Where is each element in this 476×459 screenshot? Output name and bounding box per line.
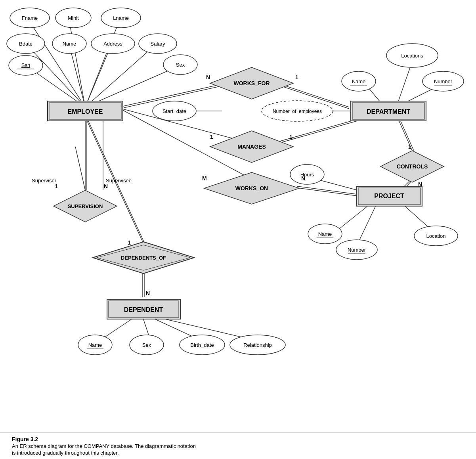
salary-attr: Salary xyxy=(151,41,165,47)
controls-n: N xyxy=(418,181,422,187)
svg-line-36 xyxy=(75,147,85,190)
svg-line-31 xyxy=(297,188,357,196)
sex-attr: Sex xyxy=(176,62,185,68)
caption-area: Figure 3.2 An ER schema diagram for the … xyxy=(0,432,476,459)
svg-line-34 xyxy=(357,204,377,246)
svg-line-5 xyxy=(85,46,111,107)
supervisee-label: Supervisee xyxy=(106,178,132,184)
bdate-attr: Bdate xyxy=(19,41,32,47)
dep-name-attr: Name xyxy=(88,342,102,348)
works-for-label: WORKS_FOR xyxy=(234,80,270,86)
controls-label: CONTROLS xyxy=(397,163,428,170)
svg-line-6 xyxy=(85,46,155,107)
controls-1: 1 xyxy=(408,143,411,150)
fname-attr: Fname xyxy=(22,15,38,21)
dependents-of-label: DEPENDENTS_OF xyxy=(121,255,166,261)
manages-label: MANAGES xyxy=(237,143,266,150)
num-employees-attr: Number_of_employees xyxy=(273,109,322,114)
start-date-attr: Start_date xyxy=(162,108,186,114)
dept-name-attr: Name xyxy=(352,78,366,84)
figure-title: Figure 3.2 xyxy=(12,436,464,442)
dep-sex-attr: Sex xyxy=(142,342,151,348)
works-on-m: M xyxy=(202,175,207,182)
dependent-label: DEPENDENT xyxy=(124,306,163,313)
works-for-n: N xyxy=(206,74,210,80)
proj-number-attr: Number xyxy=(348,247,366,253)
ssn-attr: Ssn xyxy=(21,62,30,68)
manages-1-emp: 1 xyxy=(210,134,213,140)
caption-line1: An ER schema diagram for the COMPANY dat… xyxy=(12,443,464,449)
department-label: DEPARTMENT xyxy=(367,108,410,115)
dependents-of-1: 1 xyxy=(128,239,131,246)
employee-label: EMPLOYEE xyxy=(68,108,103,115)
works-on-label: WORKS_ON xyxy=(235,185,268,191)
er-diagram-container: EMPLOYEE DEPARTMENT PROJECT DEPENDENT WO… xyxy=(0,0,476,428)
project-label: PROJECT xyxy=(374,193,404,199)
supervision-n: N xyxy=(104,183,108,189)
relationship-attr: Relationship xyxy=(243,342,272,348)
birth-date-attr: Birth_date xyxy=(190,342,214,348)
works-for-1: 1 xyxy=(295,74,298,80)
address-attr: Address xyxy=(103,41,122,47)
location-attr: Location xyxy=(426,233,445,239)
lname-attr: Lname xyxy=(113,15,129,21)
emp-name-attr: Name xyxy=(63,41,76,47)
supervision-1: 1 xyxy=(55,183,58,189)
works-on-n: N xyxy=(301,175,305,182)
supervisor-label: Supervisor xyxy=(32,178,57,184)
svg-line-3 xyxy=(26,44,85,107)
proj-name-attr: Name xyxy=(318,231,332,237)
manages-1-dept: 1 xyxy=(289,134,292,140)
dependents-of-n: N xyxy=(146,290,150,296)
supervision-label: SUPERVISION xyxy=(68,203,103,209)
caption-line2: is introduced gradually throughout this … xyxy=(12,450,464,456)
er-diagram-svg: EMPLOYEE DEPARTMENT PROJECT DEPENDENT WO… xyxy=(0,0,476,428)
locations-attr: Locations xyxy=(401,53,423,59)
minit-attr: Minit xyxy=(68,15,79,21)
dept-number-attr: Number xyxy=(434,78,453,84)
